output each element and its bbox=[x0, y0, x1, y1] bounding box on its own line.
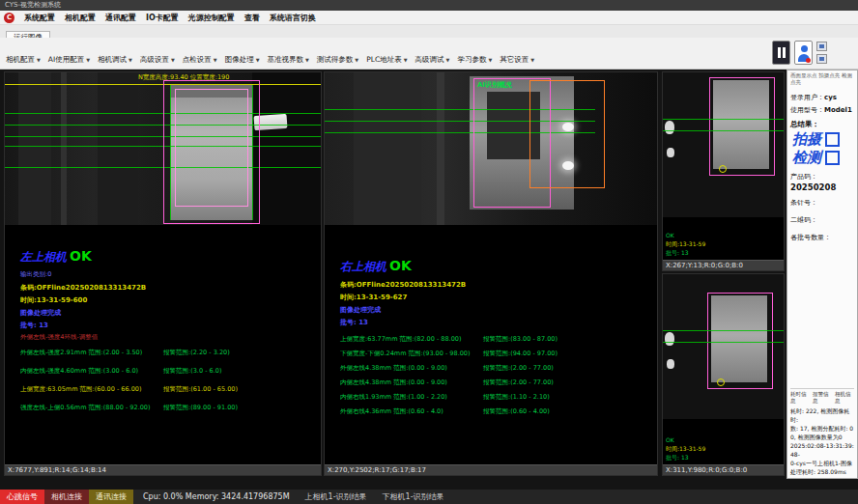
stats-line: 0, 检测图像数量为0 bbox=[790, 433, 854, 441]
barcode-line: 条码:OFFline2025020813313472B bbox=[340, 280, 651, 290]
measurement-row: 外侧左线-强度2.91mm 范围:(2.00 - 3.50) 报警范围:(2.2… bbox=[20, 349, 315, 357]
marker-circle-yellow bbox=[719, 165, 727, 173]
cpu-memory-readout: Cpu: 0.0% Memory: 3424.41796875M bbox=[143, 490, 290, 504]
tool-label: PLC地址表 bbox=[366, 55, 401, 65]
menu-view[interactable]: 查看 bbox=[244, 13, 260, 23]
tool-other-settings[interactable]: 其它设置▼ bbox=[500, 55, 534, 65]
process-done-line: 图像处理完成 bbox=[20, 308, 315, 318]
menu-camera-config[interactable]: 相机配置 bbox=[65, 13, 96, 23]
operator-button[interactable] bbox=[794, 41, 813, 65]
measurement-value: 外侧右线4.36mm 范围:(0.60 - 4.0) bbox=[340, 407, 483, 416]
pin-number-label: 条针号： bbox=[790, 198, 854, 208]
measurement-row-warning: 上侧宽度:63.05mm 范围:(60.00 - 66.00) 报警范围:(61… bbox=[20, 385, 315, 394]
tool-test-params[interactable]: 测试得参数▼ bbox=[317, 55, 358, 65]
tool-label: 测试得参数 bbox=[317, 55, 354, 65]
snapshot-icon-button[interactable] bbox=[816, 42, 827, 51]
comm-connection-indicator: 通讯连接 bbox=[89, 490, 133, 504]
tool-baseline-params[interactable]: 基准视界数▼ bbox=[268, 55, 309, 65]
result-line: OK bbox=[666, 231, 705, 239]
measurement-row: 内侧左线4.38mm 范围:(0.00 - 9.00) 报警范围:(2.00 -… bbox=[340, 378, 651, 387]
machine-column bbox=[98, 72, 138, 225]
menu-comm-config[interactable]: 通讯配置 bbox=[105, 13, 136, 23]
tab-timing-info[interactable]: 耗时信息 bbox=[790, 391, 810, 405]
stats-line: 0-cys一号上相机1-图像 bbox=[790, 459, 854, 467]
tab-camera-info[interactable]: 相机信息 bbox=[835, 391, 854, 405]
camera-image-left[interactable]: N宽度高度:93.40 位置宽度:190 bbox=[5, 72, 321, 225]
info-tabs: 耗时信息 报警信息 相机信息 bbox=[790, 388, 854, 405]
login-user-label: 登录用户： bbox=[790, 94, 824, 101]
dropdown-arrow-icon: ▼ bbox=[86, 57, 90, 63]
alarm-range: 报警范围:(1.10 - 2.10) bbox=[483, 393, 550, 402]
record-icon-button[interactable] bbox=[816, 54, 827, 64]
menu-system-config[interactable]: 系统配置 bbox=[24, 13, 55, 23]
alarm-range: 报警范围:(3.0 - 6.0) bbox=[163, 367, 221, 376]
window-title: CYS-视觉检测系统 bbox=[5, 1, 61, 9]
batch-line: 批号: 13 bbox=[666, 453, 705, 462]
alarm-range: 报警范围:(2.00 - 77.00) bbox=[483, 364, 554, 373]
result-row-capture: 拍摄 bbox=[792, 132, 854, 147]
tool-label: 其它设置 bbox=[500, 55, 529, 65]
dropdown-arrow-icon: ▼ bbox=[256, 57, 260, 63]
camera-name: 右上相机 bbox=[340, 260, 386, 273]
display-hint: 画面显示点 拍摄点亮 检测点亮 bbox=[790, 72, 854, 86]
camera-image-small-top[interactable] bbox=[663, 72, 784, 217]
tool-spot-check[interactable]: 点检设置▼ bbox=[183, 55, 217, 65]
tool-label: AI使用配置 bbox=[48, 55, 84, 65]
status-dot bbox=[806, 58, 811, 63]
tool-camera-config[interactable]: 相机配置▼ bbox=[6, 55, 41, 65]
pixel-readout-small-bottom: X:311,Y:980;R:0;G:0;B:0 bbox=[663, 464, 784, 475]
camera-image-small-bottom[interactable] bbox=[663, 274, 784, 419]
measurement-value: 外侧左线-强度2.91mm 范围:(2.00 - 3.50) bbox=[20, 349, 163, 357]
status-bar: 心跳信号 相机连接 通讯连接 Cpu: 0.0% Memory: 3424.41… bbox=[0, 490, 858, 504]
tab-alarm-info[interactable]: 报警信息 bbox=[813, 391, 832, 405]
tool-plc-address[interactable]: PLC地址表▼ bbox=[366, 55, 407, 65]
result-line: OK bbox=[666, 435, 705, 444]
tool-learning-params[interactable]: 学习参数▼ bbox=[457, 55, 492, 65]
toolbar-items: 相机配置▼ AI使用配置▼ 相机调试▼ 高级设置▼ 点检设置▼ 图像处理▼ 基准… bbox=[6, 55, 534, 65]
tool-camera-debug[interactable]: 相机调试▼ bbox=[98, 55, 132, 65]
reflection-glint bbox=[667, 359, 674, 369]
machine-edge bbox=[437, 72, 444, 225]
alarm-range: 报警范围:(61.00 - 65.00) bbox=[163, 385, 238, 394]
roi-line-green bbox=[663, 130, 784, 131]
camera-image-right[interactable]: AI识别概况 bbox=[325, 72, 657, 225]
ai-overlay-label: AI识别概况 bbox=[477, 80, 512, 90]
menu-bar: C 系统配置 相机配置 通讯配置 IO卡配置 光源控制配置 查看 系统语言切换 bbox=[0, 11, 858, 25]
login-user-value: cys bbox=[824, 94, 837, 101]
result-capture-text: 拍摄 bbox=[792, 132, 821, 147]
tool-advanced-debug[interactable]: 高级调试▼ bbox=[415, 55, 450, 65]
pause-button[interactable] bbox=[772, 41, 790, 65]
main-area: N宽度高度:93.40 位置宽度:190 左上相机OK 输出类别:0 条码:OF… bbox=[0, 70, 858, 490]
top-controls bbox=[772, 41, 827, 65]
stats-line: 2025:02:08-13:31:39:48- bbox=[790, 441, 854, 459]
roi-line-green bbox=[663, 330, 784, 331]
menu-language-switch[interactable]: 系统语言切换 bbox=[270, 13, 316, 23]
roi-rect-pink-inner bbox=[175, 89, 248, 207]
process-done-line: 图像处理完成 bbox=[340, 305, 651, 315]
pixel-readout-small-top: X:267;Y:13;R:0;G:0;B:0 bbox=[663, 260, 784, 270]
reflection-glint bbox=[667, 148, 674, 157]
menu-light-control-config[interactable]: 光源控制配置 bbox=[188, 13, 235, 23]
time-line: 时间:13-31-59 bbox=[666, 444, 705, 453]
measurement-value: 外侧左线4.38mm 范围:(0.00 - 9.00) bbox=[340, 364, 483, 373]
menu-io-config[interactable]: IO卡配置 bbox=[146, 13, 179, 23]
tool-label: 高级设置 bbox=[140, 55, 169, 65]
upper-camera-result-label: 上相机1-识别结果 bbox=[305, 490, 367, 504]
tool-label: 相机配置 bbox=[6, 55, 35, 65]
tool-image-processing[interactable]: 图像处理▼ bbox=[225, 55, 260, 65]
camera-view-small-bottom: OK 时间:13-31-59 批号: 13 X:311,Y:980;R:0;G:… bbox=[662, 273, 785, 476]
output-class-line: 输出类别:0 bbox=[20, 270, 315, 279]
pause-icon bbox=[773, 42, 789, 64]
small-overlay-lines: OK 时间:13-31-59 批号: 13 bbox=[666, 435, 705, 462]
measurement-row: 内侧右线1.93mm 范围:(1.00 - 2.20) 报警范围:(1.10 -… bbox=[340, 393, 651, 402]
total-result-label: 总结果： bbox=[790, 120, 854, 129]
camera-name: 左上相机 bbox=[20, 250, 67, 264]
alarm-range: 报警范围:(94.00 - 97.00) bbox=[483, 350, 558, 358]
camera-connection-indicator: 相机连接 bbox=[44, 490, 89, 504]
tool-advanced-settings[interactable]: 高级设置▼ bbox=[140, 55, 175, 65]
stats-line: 数: 17, 检测分配耗时: 0 bbox=[790, 424, 854, 433]
measurement-row: 上侧宽度:63.77mm 范围:(82.00 - 88.00) 报警范围:(83… bbox=[340, 335, 651, 344]
roi-line-green bbox=[663, 119, 784, 120]
alarm-range: 报警范围:(89.00 - 91.00) bbox=[163, 404, 238, 412]
tool-ai-config[interactable]: AI使用配置▼ bbox=[48, 55, 90, 65]
